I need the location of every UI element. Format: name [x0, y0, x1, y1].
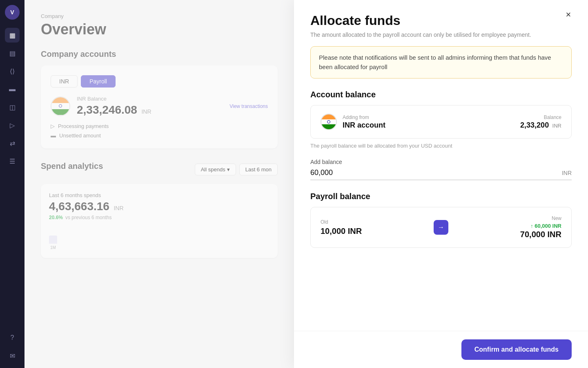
- old-balance: Old 10,000 INR: [321, 219, 362, 236]
- account-balance-currency: INR: [552, 123, 561, 129]
- sidebar-item-send[interactable]: ▷: [5, 118, 20, 132]
- unsettled-amount: ▬ Unsettled amount: [51, 132, 268, 139]
- sidebar-item-wallet[interactable]: ◫: [5, 100, 20, 114]
- payroll-balance-card: Old 10,000 INR → New ↑ 60,000 INR 70,000…: [310, 207, 572, 248]
- balance-label: INR Balance: [77, 96, 151, 102]
- accounts-card: INR Payroll INR Balance 2,33,246.08 INR …: [41, 65, 278, 148]
- analytics-title: Spend analytics: [41, 162, 103, 171]
- notice-text: Please note that notifications will be s…: [319, 54, 551, 70]
- filter-period[interactable]: Last 6 mon: [239, 164, 278, 175]
- new-value: 70,000 INR: [520, 230, 561, 239]
- sidebar-item-chat[interactable]: ✉: [5, 348, 20, 363]
- confirm-allocate-button[interactable]: Confirm and allocate funds: [461, 339, 572, 360]
- sidebar: V ▦ ▤ ⟨⟩ ▬ ◫ ▷ ⇄ ☰ ? ✉: [0, 0, 24, 368]
- card-icon: ▬: [51, 132, 56, 139]
- new-increase: ↑ 60,000 INR: [520, 223, 561, 229]
- new-balance: New ↑ 60,000 INR 70,000 INR: [520, 215, 561, 239]
- balance-amount: 2,33,246.08: [77, 103, 137, 116]
- sidebar-item-card[interactable]: ▬: [5, 82, 20, 96]
- processing-icon: ▷: [51, 123, 55, 129]
- close-button[interactable]: ×: [562, 8, 575, 21]
- vs-text: vs previous 6 months: [65, 215, 111, 220]
- payroll-balance-title: Payroll balance: [310, 192, 572, 201]
- breadcrumb: Company: [41, 13, 278, 19]
- tab-inr[interactable]: INR: [51, 75, 78, 88]
- accounts-section-title: Company accounts: [41, 49, 278, 59]
- add-balance-input[interactable]: [310, 168, 562, 177]
- modal-subtitle: The amount allocated to the payroll acco…: [310, 31, 572, 38]
- add-balance-label: Add balance: [310, 159, 572, 165]
- view-transactions-link[interactable]: View transactions: [229, 103, 268, 109]
- spends-amount: 4,63,663.16: [49, 200, 109, 213]
- account-name: INR account: [343, 121, 385, 130]
- chart-bar-area: 1M: [49, 225, 270, 250]
- allocate-funds-modal: × Allocate funds The amount allocated to…: [294, 0, 588, 368]
- spends-label: Last 6 months spends: [49, 192, 270, 198]
- payroll-balance-section: Payroll balance Old 10,000 INR → New ↑ 6…: [310, 192, 572, 248]
- page-title: Overview: [41, 21, 278, 38]
- accounts-tabs: INR Payroll: [51, 75, 268, 88]
- account-flag: [321, 114, 337, 130]
- sidebar-item-book[interactable]: ☰: [5, 154, 20, 168]
- app-logo[interactable]: V: [5, 5, 20, 20]
- balance-right-label: Balance: [520, 114, 561, 120]
- adding-from-label: Adding from: [343, 114, 385, 120]
- add-balance-currency: INR: [562, 170, 572, 176]
- sidebar-item-analytics[interactable]: ⟨⟩: [5, 64, 20, 79]
- spends-currency: INR: [114, 205, 123, 211]
- add-balance-row: INR: [310, 168, 572, 180]
- tab-payroll[interactable]: Payroll: [81, 75, 116, 88]
- old-label: Old: [321, 219, 362, 225]
- sidebar-item-table[interactable]: ▤: [5, 46, 20, 61]
- analytics-card: Last 6 months spends 4,63,663.16 INR 20.…: [41, 184, 278, 258]
- main-content: Company Overview Company accounts INR Pa…: [24, 0, 294, 368]
- modal-body: Please note that notifications will be s…: [294, 46, 588, 331]
- sidebar-item-help[interactable]: ?: [5, 330, 20, 345]
- inr-flag: [51, 96, 70, 116]
- new-label: New: [520, 215, 561, 221]
- modal-footer: Confirm and allocate funds: [294, 331, 588, 368]
- filter-all-spends[interactable]: All spends ▾: [195, 164, 236, 175]
- growth-percentage: 20.6%: [49, 215, 63, 220]
- sidebar-item-dashboard[interactable]: ▦: [5, 28, 20, 43]
- notice-box: Please note that notifications will be s…: [310, 46, 572, 79]
- old-value: 10,000 INR: [321, 227, 362, 236]
- account-balance-title: Account balance: [310, 90, 572, 99]
- account-note: The payroll balance will be allocated fr…: [310, 143, 572, 149]
- account-balance-value: 2,33,200: [520, 121, 549, 129]
- modal-header: × Allocate funds The amount allocated to…: [294, 0, 588, 46]
- processing-payments: ▷ Processing payments: [51, 123, 268, 129]
- account-balance-card: Adding from INR account Balance 2,33,200…: [310, 105, 572, 139]
- modal-title: Allocate funds: [310, 13, 572, 28]
- analytics-section: Spend analytics All spends ▾ Last 6 mon …: [41, 162, 278, 258]
- sidebar-item-exchange[interactable]: ⇄: [5, 136, 20, 150]
- arrow-icon: →: [434, 220, 448, 235]
- balance-currency: INR: [141, 108, 151, 115]
